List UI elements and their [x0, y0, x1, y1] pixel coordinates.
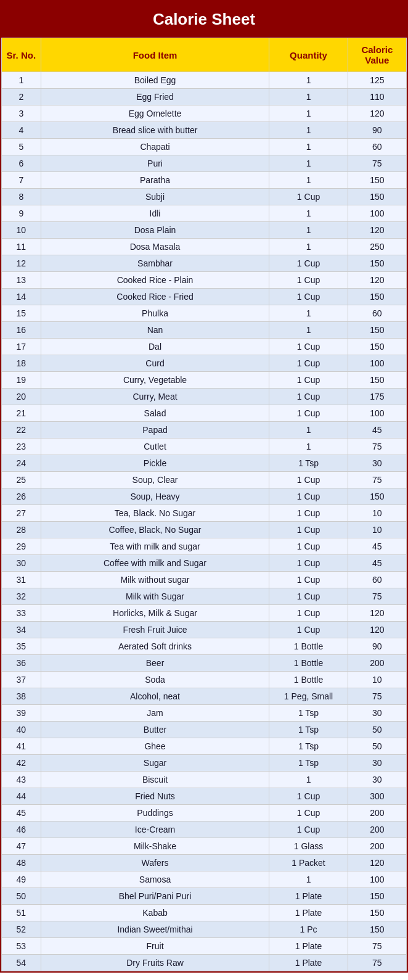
cell-food: Coffee, Black, No Sugar	[41, 522, 269, 538]
table-row: 45Puddings1 Cup200	[2, 805, 407, 821]
table-row: 4Bread slice with butter190	[2, 122, 407, 139]
header-cal: Caloric Value	[348, 38, 406, 72]
cell-food: Cutlet	[41, 439, 269, 455]
cell-srno: 39	[2, 705, 41, 722]
page-wrapper: Calorie Sheet Sr. No. Food Item Quantity…	[0, 0, 408, 973]
cell-cal: 200	[348, 805, 406, 821]
cell-qty: 1 Cup	[269, 189, 348, 205]
table-row: 23Cutlet175	[2, 439, 407, 455]
cell-food: Paratha	[41, 172, 269, 189]
table-row: 6Puri175	[2, 155, 407, 172]
table-row: 13Cooked Rice - Plain1 Cup120	[2, 272, 407, 289]
cell-food: Dosa Masala	[41, 239, 269, 255]
cell-cal: 120	[348, 605, 406, 622]
cell-food: Chapati	[41, 139, 269, 155]
cell-srno: 40	[2, 722, 41, 738]
cell-food: Samosa	[41, 871, 269, 888]
cell-food: Butter	[41, 722, 269, 738]
cell-food: Ice-Cream	[41, 821, 269, 838]
cell-cal: 150	[348, 339, 406, 355]
cell-food: Dal	[41, 339, 269, 355]
cell-food: Indian Sweet/mithai	[41, 921, 269, 938]
header-qty: Quantity	[269, 38, 348, 72]
cell-food: Curd	[41, 355, 269, 372]
cell-cal: 125	[348, 72, 406, 89]
cell-cal: 75	[348, 588, 406, 605]
cell-food: Alcohol, neat	[41, 688, 269, 705]
cell-srno: 10	[2, 222, 41, 239]
cell-qty: 1 Cup	[269, 389, 348, 405]
cell-food: Salad	[41, 405, 269, 422]
cell-food: Kabab	[41, 905, 269, 921]
table-row: 21Salad1 Cup100	[2, 405, 407, 422]
cell-qty: 1	[269, 305, 348, 322]
cell-qty: 1 Cup	[269, 522, 348, 538]
cell-cal: 10	[348, 505, 406, 522]
cell-srno: 8	[2, 189, 41, 205]
table-row: 3Egg Omelette1120	[2, 105, 407, 122]
table-row: 34Fresh Fruit Juice1 Cup120	[2, 622, 407, 638]
cell-qty: 1 Cup	[269, 355, 348, 372]
cell-qty: 1 Packet	[269, 855, 348, 871]
cell-food: Cooked Rice - Fried	[41, 289, 269, 305]
table-row: 44Fried Nuts1 Cup300	[2, 788, 407, 805]
cell-qty: 1 Cup	[269, 622, 348, 638]
table-row: 40Butter1 Tsp50	[2, 722, 407, 738]
header-srno: Sr. No.	[2, 38, 41, 72]
cell-cal: 60	[348, 305, 406, 322]
cell-cal: 100	[348, 871, 406, 888]
cell-srno: 45	[2, 805, 41, 821]
cell-qty: 1 Bottle	[269, 655, 348, 672]
cell-cal: 75	[348, 155, 406, 172]
cell-srno: 13	[2, 272, 41, 289]
table-row: 22Papad145	[2, 422, 407, 439]
cell-food: Puri	[41, 155, 269, 172]
cell-qty: 1 Cup	[269, 555, 348, 572]
cell-qty: 1 Plate	[269, 888, 348, 905]
cell-cal: 150	[348, 488, 406, 505]
table-row: 19Curry, Vegetable1 Cup150	[2, 372, 407, 389]
cell-cal: 10	[348, 522, 406, 538]
cell-qty: 1 Cup	[269, 339, 348, 355]
cell-cal: 30	[348, 705, 406, 722]
table-row: 54Dry Fruits Raw1 Plate75	[2, 955, 407, 971]
table-row: 48Wafers1 Packet120	[2, 855, 407, 871]
cell-qty: 1 Plate	[269, 938, 348, 955]
table-row: 52Indian Sweet/mithai1 Pc150	[2, 921, 407, 938]
cell-qty: 1 Cup	[269, 472, 348, 488]
cell-srno: 52	[2, 921, 41, 938]
table-row: 43Biscuit130	[2, 772, 407, 788]
table-row: 42Sugar1 Tsp30	[2, 755, 407, 772]
table-row: 37Soda1 Bottle10	[2, 672, 407, 688]
cell-cal: 150	[348, 189, 406, 205]
cell-srno: 2	[2, 89, 41, 105]
cell-food: Pickle	[41, 455, 269, 472]
table-row: 39Jam1 Tsp30	[2, 705, 407, 722]
cell-food: Fried Nuts	[41, 788, 269, 805]
cell-food: Beer	[41, 655, 269, 672]
cell-srno: 25	[2, 472, 41, 488]
cell-qty: 1 Tsp	[269, 722, 348, 738]
table-row: 32Milk with Sugar1 Cup75	[2, 588, 407, 605]
cell-food: Soup, Clear	[41, 472, 269, 488]
table-row: 49Samosa1100	[2, 871, 407, 888]
cell-srno: 19	[2, 372, 41, 389]
cell-srno: 30	[2, 555, 41, 572]
cell-srno: 53	[2, 938, 41, 955]
table-row: 8Subji1 Cup150	[2, 189, 407, 205]
table-row: 50Bhel Puri/Pani Puri1 Plate150	[2, 888, 407, 905]
table-row: 24Pickle1 Tsp30	[2, 455, 407, 472]
cell-cal: 100	[348, 405, 406, 422]
cell-srno: 11	[2, 239, 41, 255]
cell-cal: 10	[348, 672, 406, 688]
cell-srno: 48	[2, 855, 41, 871]
cell-srno: 23	[2, 439, 41, 455]
cell-cal: 60	[348, 572, 406, 588]
cell-cal: 250	[348, 239, 406, 255]
cell-srno: 28	[2, 522, 41, 538]
cell-qty: 1 Cup	[269, 405, 348, 422]
table-row: 2Egg Fried1110	[2, 89, 407, 105]
cell-cal: 150	[348, 172, 406, 189]
cell-food: Coffee with milk and Sugar	[41, 555, 269, 572]
cell-food: Fruit	[41, 938, 269, 955]
